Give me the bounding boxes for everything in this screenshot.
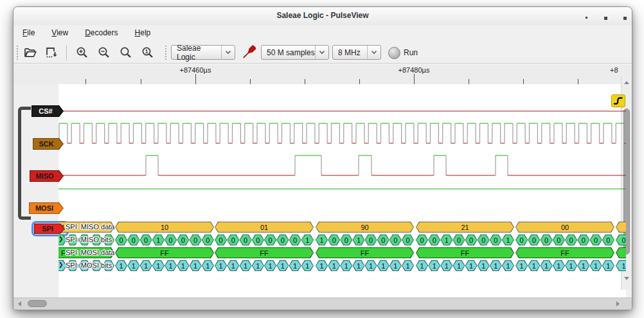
open-file-button[interactable]: [22, 44, 39, 61]
ruler-major-tick: [195, 74, 196, 84]
annotation-value: 0: [240, 235, 251, 245]
window-title: Saleae Logic - PulseView: [13, 11, 632, 20]
annotation-value: 1: [328, 261, 339, 270]
annotation-block: 0: [215, 234, 227, 245]
scroll-left-arrow-icon[interactable]: [18, 301, 21, 306]
chevron-down-icon: [367, 46, 380, 59]
toolbar-drag-handle[interactable]: [165, 46, 168, 60]
sample-count-select[interactable]: 50 M samples: [261, 45, 329, 60]
channel-tag-mosi[interactable]: MOSI: [29, 202, 64, 214]
save-session-button[interactable]: [43, 44, 60, 61]
annotation-value: 0: [253, 235, 264, 245]
annotation-value: 90: [316, 222, 413, 232]
trigger-marker-rising-edge-icon[interactable]: [611, 94, 625, 107]
annotation-block: FF: [115, 247, 214, 258]
device-select-value: Saleae Logic: [172, 44, 221, 62]
annotation-value: FF: [116, 248, 213, 258]
annotation-value: 1: [566, 261, 577, 270]
annotation-block: 1: [528, 260, 540, 271]
channel-tag-cs[interactable]: CS#: [31, 105, 64, 117]
horizontal-scrollbar-thumb[interactable]: [28, 300, 47, 307]
annotation-value: 1: [290, 261, 301, 270]
run-led-icon[interactable]: [388, 47, 400, 59]
row-expand-arrow-icon[interactable]: ❯: [58, 261, 64, 268]
close-button[interactable]: [623, 17, 627, 20]
device-select[interactable]: Saleae Logic: [171, 45, 235, 60]
annotation-block: 01: [215, 222, 314, 233]
annotation-block: FF: [316, 247, 414, 258]
decoder-row-label: SPI: MOSI data: [66, 249, 114, 256]
annotation-value: 1: [190, 261, 201, 270]
annotation-block: 1: [190, 260, 202, 271]
ruler-minor-tick: [359, 79, 360, 84]
annotation-value: FF: [516, 248, 614, 258]
time-ruler[interactable]: +87460µs+87480µs+8: [13, 65, 632, 84]
annotation-value: 1: [390, 261, 401, 270]
annotation-block: FF: [515, 247, 614, 258]
run-button[interactable]: Run: [404, 48, 418, 57]
annotation-value: 0: [128, 235, 139, 245]
zoom-fit-button[interactable]: [118, 44, 134, 61]
annotation-block: 1: [465, 260, 478, 271]
sample-rate-select[interactable]: 8 MHz: [332, 45, 381, 60]
annotation-block: FF: [416, 247, 514, 258]
annotation-block: 0: [602, 234, 614, 245]
channel-tag-spi[interactable]: SPI: [34, 224, 65, 234]
annotation-value: 1: [466, 261, 477, 270]
annotation-block: 0: [140, 234, 152, 245]
svg-text:1: 1: [145, 48, 148, 55]
ruler-minor-tick: [305, 79, 305, 84]
tag-shape: MISO: [30, 170, 64, 182]
ruler-minor-tick: [141, 79, 141, 84]
annotation-block: 1: [252, 260, 264, 271]
tag-label: SPI: [35, 224, 64, 233]
annotation-value: 1: [366, 261, 377, 270]
ruler-minor-tick: [250, 79, 251, 84]
configure-channels-button[interactable]: [238, 42, 258, 62]
menu-file[interactable]: File: [19, 27, 39, 39]
menu-view[interactable]: View: [48, 27, 72, 39]
annotation-value: 0: [202, 235, 213, 245]
trace-view[interactable]: 11001902100SPI: MISO data000100000000000…: [58, 84, 626, 297]
horizontal-scrollbar[interactable]: [13, 297, 632, 310]
channel-tag-sck[interactable]: SCK: [33, 138, 64, 150]
annotation-block: 1: [502, 234, 514, 245]
annotation-value: 1: [265, 261, 276, 270]
zoom-out-icon: [96, 45, 112, 60]
menu-decoders[interactable]: Decoders: [81, 27, 121, 39]
scroll-right-arrow-icon[interactable]: [616, 301, 620, 306]
annotation-block: [616, 247, 626, 258]
tag-label: MOSI: [30, 203, 63, 213]
maximize-button[interactable]: [604, 17, 607, 20]
zoom-out-button[interactable]: [96, 44, 112, 61]
annotation-block: 0: [416, 234, 428, 245]
toolbar-drag-handle[interactable]: [17, 46, 20, 60]
zoom-one-to-one-button[interactable]: 1: [139, 44, 156, 61]
annotation-block: 1: [440, 234, 452, 245]
zoom-fit-icon: [118, 45, 134, 60]
annotation-block: 0: [490, 234, 502, 245]
annotation-value: 0: [215, 235, 226, 245]
annotation-block: 0: [590, 234, 602, 245]
annotation-value: 0: [541, 235, 552, 245]
annotation-block: 1: [215, 260, 227, 271]
ruler-minor-tick: [85, 79, 86, 84]
title-bar[interactable]: Saleae Logic - PulseView: [13, 7, 632, 25]
annotation-block: 1: [478, 260, 490, 271]
annotation-value: 0: [616, 235, 626, 245]
annotation-value: 1: [228, 261, 238, 270]
annotation-value: 1: [541, 261, 552, 270]
channel-tag-miso[interactable]: MISO: [30, 170, 64, 182]
annotation-block: FF: [215, 247, 314, 258]
annotation-value: 1: [528, 261, 539, 270]
minimize-button[interactable]: [586, 17, 587, 19]
row-expand-arrow-icon[interactable]: ❯: [58, 236, 64, 242]
annotation-block: 0: [289, 234, 301, 245]
annotation-block: 0: [365, 234, 377, 245]
zoom-in-button[interactable]: [74, 44, 91, 61]
annotation-block: 0: [377, 234, 389, 245]
annotation-block: 0: [577, 234, 589, 245]
annotation-value: 0: [265, 235, 276, 245]
menu-help[interactable]: Help: [131, 27, 155, 39]
annotation-block: 1: [240, 260, 252, 271]
